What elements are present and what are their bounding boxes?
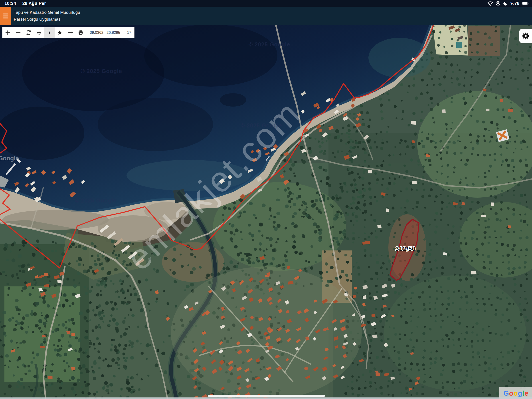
moon-icon xyxy=(503,1,508,6)
gear-icon xyxy=(522,32,529,39)
map-canvas[interactable]: 312/50 emlakjet.com © 2025 Google© 2025 … xyxy=(0,25,532,399)
refresh-icon xyxy=(26,30,32,36)
zoom-out-button[interactable] xyxy=(13,27,23,38)
google-copyright: © 2025 Google xyxy=(75,197,116,204)
rotation-lock-icon xyxy=(496,1,500,6)
info-button[interactable]: i xyxy=(44,27,55,38)
google-logo: Google xyxy=(504,389,529,397)
google-copyright: © 2025 Google xyxy=(241,122,282,129)
home-indicator[interactable] xyxy=(208,395,325,397)
print-button[interactable] xyxy=(76,27,86,38)
minus-icon xyxy=(15,30,21,36)
horizontal-arrows-icon xyxy=(67,30,73,36)
info-icon: i xyxy=(49,30,50,36)
measure-button[interactable] xyxy=(65,27,76,38)
status-bar: 10:34 28 Ağu Per %76 xyxy=(0,0,532,7)
star-icon xyxy=(57,30,63,36)
parcel-label: 312/50 xyxy=(395,245,416,252)
refresh-button[interactable] xyxy=(23,27,34,38)
pan-button[interactable] xyxy=(34,27,44,38)
map-toolbar: i 39.0362 : 26.8295 17 xyxy=(2,27,134,38)
move-icon xyxy=(36,30,42,36)
battery-percent: %76 xyxy=(510,1,519,6)
zoom-in-button[interactable] xyxy=(2,27,13,38)
app-screen: 312/50 emlakjet.com © 2025 Google© 2025 … xyxy=(0,0,532,399)
battery-icon xyxy=(522,1,529,5)
printer-icon xyxy=(78,30,83,35)
menu-button[interactable] xyxy=(0,7,11,25)
zoom-level-display: 17 xyxy=(124,27,134,38)
google-watermark-partial: Google xyxy=(0,155,19,162)
app-title: Tapu ve Kadastro Genel Müdürlüğü Parsel … xyxy=(11,7,80,25)
wifi-icon xyxy=(488,1,493,6)
app-header: Tapu ve Kadastro Genel Müdürlüğü Parsel … xyxy=(0,7,532,25)
app-title-line2: Parsel Sorgu Uygulaması xyxy=(14,16,80,23)
clock: 10:34 xyxy=(4,1,16,6)
google-copyright: © 2025 Google xyxy=(81,68,122,74)
favorites-button[interactable] xyxy=(55,27,65,38)
bottom-edge-bar xyxy=(0,398,532,399)
google-copyright: © 2025 Google xyxy=(249,41,290,47)
date: 28 Ağu Per xyxy=(22,1,46,6)
coordinates-display: 39.0362 : 26.8295 xyxy=(86,27,124,38)
settings-button[interactable] xyxy=(519,29,532,43)
plus-icon xyxy=(5,30,11,36)
app-title-line1: Tapu ve Kadastro Genel Müdürlüğü xyxy=(14,9,80,16)
